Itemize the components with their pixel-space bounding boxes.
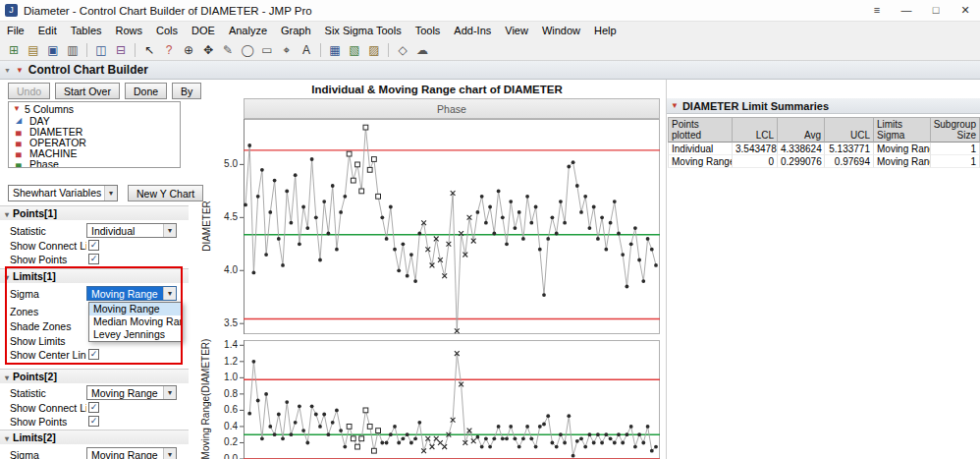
dropdown-option-moving-range[interactable]: Moving Range xyxy=(89,303,182,316)
table-cell: 1 xyxy=(931,155,980,168)
points2-header[interactable]: Points[2] xyxy=(0,369,189,383)
disclosure-triangle-icon[interactable] xyxy=(5,270,9,282)
jmp-window: J Diameter - Control Chart Builder of DI… xyxy=(0,0,980,459)
show-center-line-checkbox[interactable]: ✓ xyxy=(88,349,99,360)
limits2-header[interactable]: Limits[2] xyxy=(0,430,189,444)
disclosure-triangle-icon[interactable] xyxy=(5,371,9,382)
menu-analyze[interactable]: Analyze xyxy=(222,22,274,39)
menu-view[interactable]: View xyxy=(498,22,535,39)
report-hotspot-icon[interactable]: ▼ xyxy=(16,66,24,75)
disclosure-triangle-icon[interactable] xyxy=(5,431,9,443)
chart-type-dropdown[interactable]: Shewhart Variables xyxy=(8,185,118,201)
phase-label: Phase xyxy=(437,103,466,115)
arrow-tool-icon[interactable]: ↖ xyxy=(140,41,158,59)
sigma-dropdown[interactable]: Moving Range xyxy=(86,286,177,301)
summary-hotspot-icon[interactable]: ▼ xyxy=(671,101,679,110)
columns-panel-header: ▼ 5 Columns xyxy=(9,102,180,115)
svg-text:0.8: 0.8 xyxy=(224,388,238,399)
chevron-down-icon xyxy=(163,448,176,459)
help-tool-icon[interactable]: ? xyxy=(160,41,178,59)
print-icon[interactable]: ▥ xyxy=(64,41,82,59)
y-axis-label-diameter: DIAMETER xyxy=(201,119,213,334)
table-header-row: Points plottedLCLAvgUCLLimits SigmaSubgr… xyxy=(668,117,980,143)
individual-chart[interactable]: 3.54.04.55.0 xyxy=(214,119,660,334)
column-header-avg[interactable]: Avg xyxy=(778,117,825,143)
limits1-title: Limits[1] xyxy=(13,270,56,282)
save-icon[interactable]: ▣ xyxy=(44,41,62,59)
row-label: Sigma xyxy=(10,449,86,459)
menu-graph[interactable]: Graph xyxy=(274,22,318,39)
graph-window-icon[interactable]: ▧ xyxy=(346,41,363,59)
menu-tables[interactable]: Tables xyxy=(64,22,109,39)
summary-title: DIAMETER Limit Summaries xyxy=(682,100,829,112)
toolbar-separator xyxy=(86,43,87,57)
script-window-icon[interactable]: ▨ xyxy=(365,41,383,59)
menu-cols[interactable]: Cols xyxy=(149,22,185,39)
column-item-diameter[interactable]: ▄DIAMETER xyxy=(9,126,180,137)
svg-text:0.2: 0.2 xyxy=(224,436,238,447)
points1-header[interactable]: Points[1] xyxy=(0,205,189,220)
done-button[interactable]: Done xyxy=(125,83,167,99)
toolbar: ⊞▤▣▥◫⊟↖?⊕✥✎◯▭⌖A▦▧▨◇☁ xyxy=(0,39,980,61)
table-cell: 0.299076 xyxy=(778,155,825,168)
window-menu-icon[interactable]: ≡ xyxy=(862,0,892,22)
layout-icon[interactable]: ⊟ xyxy=(112,41,130,59)
cloud-annotation-icon[interactable]: ☁ xyxy=(413,41,431,59)
column-header-points-plotted[interactable]: Points plotted xyxy=(668,117,733,143)
shape-annotation-icon[interactable]: ◇ xyxy=(394,41,411,59)
open-icon[interactable]: ▤ xyxy=(25,41,42,59)
sigma-dropdown[interactable]: Moving Range xyxy=(86,447,177,459)
menu-rows[interactable]: Rows xyxy=(109,22,150,39)
show-points-checkbox[interactable]: ✓ xyxy=(88,254,99,264)
brush-tool-icon[interactable]: ✎ xyxy=(219,41,237,59)
disclosure-triangle-icon[interactable] xyxy=(5,207,9,219)
menu-file[interactable]: File xyxy=(0,22,31,39)
column-item-day[interactable]: ◢DAY xyxy=(9,115,180,126)
maximize-icon[interactable]: □ xyxy=(921,0,951,22)
column-item-operator[interactable]: ▄OPERATOR xyxy=(9,137,180,147)
menu-add-ins[interactable]: Add-Ins xyxy=(447,22,498,39)
svg-text:0.6: 0.6 xyxy=(224,404,238,415)
lasso-tool-icon[interactable]: ◯ xyxy=(239,41,256,59)
start-over-button[interactable]: Start Over xyxy=(55,83,120,99)
minimize-icon[interactable]: — xyxy=(892,0,921,22)
column-header-limits-sigma[interactable]: Limits Sigma xyxy=(874,117,931,143)
statistic-dropdown[interactable]: Moving Range xyxy=(86,385,177,400)
grabber-tool-icon[interactable]: ✥ xyxy=(199,41,217,59)
moving-range-chart[interactable]: 0.00.20.40.60.81.01.21.4 xyxy=(214,340,660,459)
statistic-dropdown[interactable]: Individual xyxy=(86,223,177,238)
crosshair-tool-icon[interactable]: ⌖ xyxy=(278,41,296,59)
limits2-row-sigma: SigmaMoving Range xyxy=(10,447,189,459)
columns-hotspot-icon[interactable]: ▼ xyxy=(13,104,21,113)
column-item-machine[interactable]: ▄MACHINE xyxy=(9,147,180,158)
undo-button[interactable]: Undo xyxy=(8,83,50,99)
column-header-subgroup-size[interactable]: Subgroup Size xyxy=(931,117,980,143)
outline-disclosure-icon[interactable]: ▼ xyxy=(4,67,11,74)
dropdown-option-median-moving-range[interactable]: Median Moving Range xyxy=(89,316,182,328)
new-data-table-icon[interactable]: ⊞ xyxy=(5,41,23,59)
column-header-lcl[interactable]: LCL xyxy=(733,117,778,143)
magnifier-tool-icon[interactable]: ⊕ xyxy=(180,41,197,59)
close-icon[interactable]: ✕ xyxy=(951,0,980,22)
dropdown-option-levey-jennings[interactable]: Levey Jennings xyxy=(89,328,182,341)
limits1-header[interactable]: Limits[1] xyxy=(0,268,189,283)
show-connect-line-checkbox[interactable]: ✓ xyxy=(88,240,99,251)
show-points-checkbox[interactable]: ✓ xyxy=(88,416,99,427)
journal-icon[interactable]: ◫ xyxy=(92,41,110,59)
svg-text:1.2: 1.2 xyxy=(224,356,238,367)
action-buttons: UndoStart OverDoneBy xyxy=(8,83,201,99)
menu-window[interactable]: Window xyxy=(535,22,587,39)
column-item-phase[interactable]: ▄Phase xyxy=(9,158,180,168)
column-header-ucl[interactable]: UCL xyxy=(825,117,874,143)
summary-panel: ▼ DIAMETER Limit Summaries Points plotte… xyxy=(666,80,980,459)
menu-edit[interactable]: Edit xyxy=(31,22,64,39)
data-table-window-icon[interactable]: ▦ xyxy=(326,41,344,59)
eraser-tool-icon[interactable]: ▭ xyxy=(258,41,276,59)
menu-help[interactable]: Help xyxy=(587,22,624,39)
menu-doe[interactable]: DOE xyxy=(185,22,222,39)
menu-six-sigma-tools[interactable]: Six Sigma Tools xyxy=(318,22,408,39)
chevron-down-icon xyxy=(104,186,117,201)
menu-tools[interactable]: Tools xyxy=(408,22,448,39)
annotate-tool-icon[interactable]: A xyxy=(298,41,315,59)
show-connect-line-checkbox[interactable]: ✓ xyxy=(88,402,99,413)
